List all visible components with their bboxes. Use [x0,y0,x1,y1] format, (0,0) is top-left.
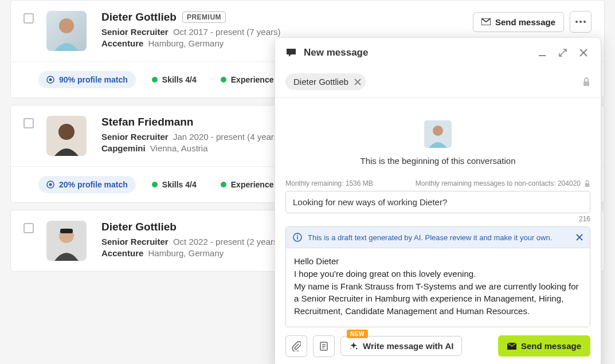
svg-point-14 [433,126,443,136]
envelope-icon [507,343,516,350]
status-dot [152,182,158,187]
info-icon [293,233,302,242]
message-body-box: This is a draft text generated by AI. Pl… [285,226,590,327]
send-message-button[interactable]: Send message [473,12,564,32]
role-text: Senior Recruiter [101,237,169,246]
avatar[interactable] [46,221,87,261]
quota-right-text: Monthly remaining messages to non-contac… [416,179,581,187]
svg-point-23 [356,348,357,349]
select-checkbox[interactable] [23,13,34,24]
paperclip-icon [292,341,301,351]
location-text: Hamburg, Germany [148,38,224,48]
svg-point-3 [583,21,586,23]
close-icon [576,234,583,241]
dates-text: Oct 2022 - present (2 years) [173,237,281,246]
role-text: Senior Recruiter [101,132,169,142]
company-text: Accenture [101,38,143,48]
profile-match-pill[interactable]: 90% profile match [38,71,136,88]
location-text: Hamburg, Germany [148,248,224,258]
svg-point-24 [350,348,351,349]
write-with-ai-button[interactable]: NEW Write message with AI [340,336,462,356]
avatar [424,120,452,148]
svg-rect-10 [60,229,73,233]
svg-point-6 [58,124,75,140]
avatar[interactable] [46,11,87,51]
message-body-textarea[interactable]: Hello Dieter I hope you're doing great o… [286,248,590,327]
select-checkbox[interactable] [23,118,34,128]
expand-button[interactable] [556,46,570,60]
svg-rect-15 [585,183,590,186]
candidate-name[interactable]: Dieter Gottlieb [101,221,177,233]
thread-start-text: This is the beginning of this conversati… [285,156,590,166]
target-icon [46,76,54,84]
char-counter: 216 [275,213,601,226]
more-icon [575,21,586,23]
minimize-button[interactable] [535,46,549,60]
svg-point-5 [49,79,52,81]
target-icon [46,181,54,189]
new-message-panel: New message Dieter Gottlieb This is the … [275,37,601,364]
close-icon [354,79,361,85]
svg-point-0 [59,18,74,33]
location-text: Vienna, Austria [150,143,208,153]
new-badge: NEW [347,330,368,338]
status-dot [221,77,226,83]
close-button[interactable] [577,46,590,60]
candidate-name[interactable]: Dieter Gottlieb [101,11,177,24]
close-icon [579,49,587,57]
svg-point-2 [579,21,582,23]
remove-recipient-button[interactable] [354,79,361,85]
role-text: Senior Recruiter [101,27,169,37]
recipient-chip[interactable]: Dieter Gottlieb [285,73,366,90]
sparkle-icon [349,342,358,351]
company-text: Capgemini [101,143,146,153]
select-checkbox[interactable] [23,223,34,233]
minimize-icon [538,49,546,57]
subject-input[interactable] [285,191,590,213]
status-dot [152,77,158,83]
document-icon [320,342,328,351]
quota-left-text: Monthly remaining: 1536 MB [285,179,373,187]
send-button[interactable]: Send message [498,335,590,357]
expand-icon [559,49,567,57]
lock-icon [582,77,590,87]
avatar[interactable] [46,116,87,156]
svg-rect-18 [297,237,298,240]
chat-icon [285,48,297,58]
company-text: Accenture [101,248,143,258]
more-button[interactable] [570,11,592,33]
profile-match-pill[interactable]: 20% profile match [38,176,136,193]
ai-draft-banner: This is a draft text generated by AI. Pl… [286,227,590,248]
dates-text: Oct 2017 - present (7 years) [173,27,281,37]
svg-point-8 [49,183,52,186]
dismiss-banner-button[interactable] [576,234,583,241]
svg-point-1 [575,21,578,23]
candidate-name[interactable]: Stefan Friedmann [101,116,193,128]
premium-badge: PREMIUM [182,11,226,23]
svg-rect-12 [583,81,589,86]
skills-pill[interactable]: Skills 4/4 [144,176,205,193]
lock-icon [584,180,590,187]
composer-title: New message [304,47,528,58]
envelope-icon [481,18,491,25]
status-dot [221,182,226,187]
svg-point-17 [297,235,298,236]
template-button[interactable] [313,335,335,357]
skills-pill[interactable]: Skills 4/4 [144,71,205,88]
attach-button[interactable] [285,335,307,357]
